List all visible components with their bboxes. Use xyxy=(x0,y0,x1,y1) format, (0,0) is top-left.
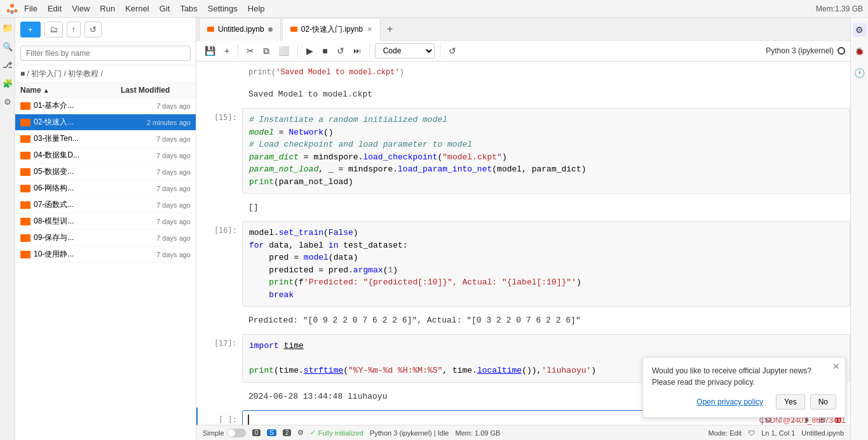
cell-output-saved: Saved Model to model.ckpt xyxy=(196,83,850,105)
tab-untitled[interactable]: Untitled.ipynb xyxy=(199,18,281,41)
upload-button[interactable]: ↑ xyxy=(67,22,81,37)
debugger-icon[interactable]: 🐞 xyxy=(853,44,867,58)
file-item-6[interactable]: 07-函数式... 7 days ago xyxy=(15,197,196,213)
stop-button[interactable]: ■ xyxy=(319,44,330,58)
paste-button[interactable]: ⬜ xyxy=(275,44,292,58)
cell-type-select[interactable]: Code Markdown Raw xyxy=(375,43,435,58)
file-modified-5: 7 days ago xyxy=(121,185,191,192)
toolbar-separator-2 xyxy=(297,44,298,57)
file-item-5[interactable]: 06-网络构... 7 days ago xyxy=(15,180,196,197)
file-name-6: 07-函数式... xyxy=(34,199,121,210)
file-icon-4 xyxy=(20,168,31,176)
cell-content-saved: Saved Model to model.ckpt xyxy=(242,86,850,103)
code-block-16[interactable]: model.set_train(False) for data, label i… xyxy=(242,221,850,307)
clock-icon[interactable]: 🕐 xyxy=(853,66,867,80)
sidebar-toolbar: + 🗂 ↑ ↺ xyxy=(15,18,196,42)
git-icon[interactable]: ⎇ xyxy=(3,60,12,70)
notebook-icon-tab1 xyxy=(207,27,214,32)
cell-content-out16: Predicted: "[0 9 2 2 0 7 6 2 2 6]", Actu… xyxy=(242,312,850,329)
restart-button[interactable]: ↺ xyxy=(334,44,348,58)
folder-icon[interactable]: 📁 xyxy=(2,23,13,33)
notification-text: Would you like to receive official Jupyt… xyxy=(652,365,836,388)
statusbar: Simple 0 S 2 ⚙ ✓ Fully initialized Pytho… xyxy=(196,425,850,440)
settings-status-icon[interactable]: ⚙ xyxy=(297,429,304,437)
file-modified-9: 7 days ago xyxy=(121,251,191,258)
cut-button[interactable]: ✂ xyxy=(243,44,257,58)
tab-quickstart[interactable]: 02-快速入门.ipynb ✕ xyxy=(282,18,381,41)
file-item-3[interactable]: 04-数据集D... 7 days ago xyxy=(15,147,196,164)
file-item-8[interactable]: 09-保存与... 7 days ago xyxy=(15,230,196,246)
kernel-status-circle xyxy=(837,47,845,55)
simple-toggle[interactable] xyxy=(227,429,246,437)
file-modified-1: 2 minutes ago xyxy=(121,119,191,126)
cell-prompt-out15 xyxy=(198,199,242,216)
refresh-kernel-button[interactable]: ↺ xyxy=(445,44,459,58)
search-input[interactable] xyxy=(20,46,191,61)
col-name-header[interactable]: Name ▲ xyxy=(20,86,121,95)
file-name-2: 03-张量Ten... xyxy=(34,133,121,144)
file-name-7: 08-模型训... xyxy=(34,216,121,227)
add-tab-button[interactable]: + xyxy=(382,23,398,35)
extensions-icon[interactable]: 🧩 xyxy=(3,79,13,88)
svg-point-1 xyxy=(10,10,14,14)
menu-items: File Edit View Run Kernel Git Tabs Setti… xyxy=(19,1,270,16)
menu-settings[interactable]: Settings xyxy=(203,1,243,16)
menu-help[interactable]: Help xyxy=(243,1,270,16)
file-icon-1 xyxy=(20,119,31,126)
notification-yes-button[interactable]: Yes xyxy=(776,394,805,410)
file-modified-2: 7 days ago xyxy=(121,135,191,143)
open-privacy-policy-button[interactable]: Open privacy policy xyxy=(689,394,771,410)
restart-run-button[interactable]: ⏭ xyxy=(350,44,364,57)
code-block-15[interactable]: # Instantiate a random initialized model… xyxy=(242,108,850,194)
run-button[interactable]: ▶ xyxy=(303,44,316,58)
tab-label-untitled: Untitled.ipynb xyxy=(218,25,264,34)
tab-close-button[interactable]: ✕ xyxy=(367,25,372,34)
menu-view[interactable]: View xyxy=(67,1,95,16)
kernel-name: Python 3 (ipykernel) xyxy=(766,46,834,55)
jupyter-logo xyxy=(5,2,19,16)
menu-run[interactable]: Run xyxy=(95,1,120,16)
file-list-header: Name ▲ Last Modified xyxy=(15,83,196,98)
file-item-7[interactable]: 08-模型训... 7 days ago xyxy=(15,213,196,230)
refresh-button[interactable]: ↺ xyxy=(85,22,102,37)
new-folder-button[interactable]: 🗂 xyxy=(44,22,63,37)
output-15: [] xyxy=(242,199,850,216)
save-button[interactable]: 💾 xyxy=(201,44,219,58)
notification-popup: ✕ Would you like to receive official Jup… xyxy=(642,357,846,418)
cell-content-out15: [] xyxy=(242,199,850,216)
file-item-9[interactable]: 10-使用静... 7 days ago xyxy=(15,246,196,263)
file-modified-0: 7 days ago xyxy=(121,102,191,110)
file-modified-8: 7 days ago xyxy=(121,234,191,242)
settings-sidebar-icon[interactable]: ⚙ xyxy=(4,97,11,107)
file-item-0[interactable]: 01-基本介... 7 days ago xyxy=(15,98,196,114)
notification-no-button[interactable]: No xyxy=(810,394,836,410)
menu-kernel[interactable]: Kernel xyxy=(120,1,154,16)
notification-close-button[interactable]: ✕ xyxy=(832,361,840,371)
property-inspector-icon[interactable]: ⚙ xyxy=(853,23,867,37)
cell-16: [16]: model.set_train(False) for data, l… xyxy=(196,218,850,309)
toolbar-separator-4 xyxy=(440,44,440,57)
copy-button[interactable]: ⧉ xyxy=(260,44,273,58)
add-cell-button[interactable]: + xyxy=(221,44,233,58)
file-modified-6: 7 days ago xyxy=(121,201,191,209)
shield-icon: 🛡 xyxy=(748,429,755,437)
new-launcher-button[interactable]: + xyxy=(20,22,41,37)
current-file: Untitled.ipynb xyxy=(801,429,844,437)
search-sidebar-icon[interactable]: 🔍 xyxy=(3,42,13,51)
right-sidebar-icons: ⚙ 🐞 🕐 xyxy=(850,18,868,440)
menu-tabs[interactable]: Tabs xyxy=(175,1,202,16)
file-item-1[interactable]: 02-快速入... 2 minutes ago xyxy=(15,114,196,131)
toolbar-separator-1 xyxy=(238,44,238,57)
menu-git[interactable]: Git xyxy=(154,1,175,16)
badge-2: 2 xyxy=(283,429,292,436)
file-item-4[interactable]: 05-数据变... 7 days ago xyxy=(15,164,196,180)
file-item-2[interactable]: 03-张量Ten... 7 days ago xyxy=(15,131,196,147)
col-modified-header[interactable]: Last Modified xyxy=(121,86,191,95)
cell-output-15: [] xyxy=(196,196,850,218)
breadcrumb: ■ / 初学入门 / 初学教程 / xyxy=(15,65,196,83)
menu-edit[interactable]: Edit xyxy=(43,1,67,16)
upload-icon: ↑ xyxy=(72,25,76,34)
file-icon-9 xyxy=(20,251,31,258)
menu-file[interactable]: File xyxy=(19,1,43,16)
kernel-status: Python 3 (ipykernel) | Idle xyxy=(370,429,449,437)
